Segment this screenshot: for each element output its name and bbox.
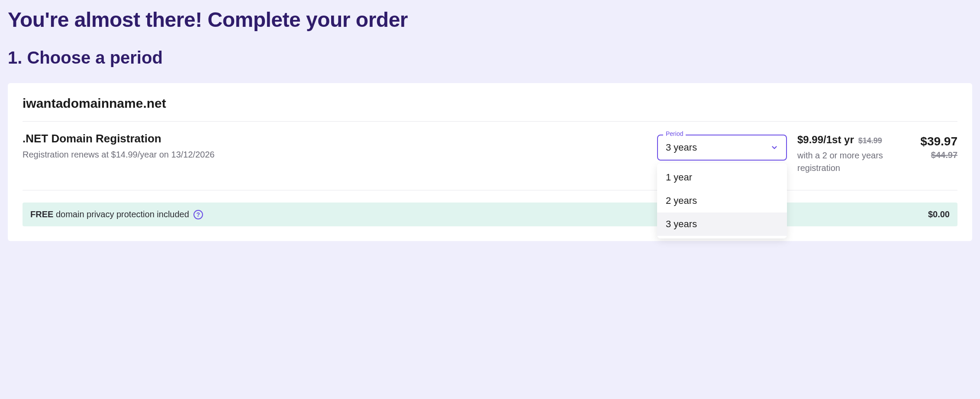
total-price: $39.97 — [920, 135, 957, 148]
price-note: with a 2 or more years registration — [797, 149, 893, 174]
privacy-row: FREE domain privacy protection included … — [23, 203, 957, 226]
period-option-3-years[interactable]: 3 years — [657, 212, 787, 236]
period-option-2-years[interactable]: 2 years — [657, 189, 787, 212]
privacy-text: domain privacy protection included — [56, 209, 189, 219]
domain-name: iwantadomainname.net — [23, 96, 957, 122]
step-title: 1. Choose a period — [8, 48, 972, 68]
period-option-1-year[interactable]: 1 year — [657, 166, 787, 189]
pricing-block: $9.99/1st yr $14.99 with a 2 or more yea… — [797, 132, 957, 174]
renewal-note: Registration renews at $14.99/year on 13… — [23, 150, 647, 160]
privacy-price: $0.00 — [928, 209, 950, 219]
order-card: iwantadomainname.net .NET Domain Registr… — [8, 83, 972, 241]
registration-row: .NET Domain Registration Registration re… — [23, 132, 957, 190]
first-year-price: $9.99/1st yr — [797, 134, 854, 146]
period-select[interactable]: Period 3 years 1 year 2 years 3 years — [657, 135, 787, 161]
chevron-down-icon — [770, 144, 778, 151]
help-icon[interactable]: ? — [193, 210, 203, 219]
period-select-label: Period — [663, 130, 686, 137]
page-title: You're almost there! Complete your order — [8, 8, 972, 32]
period-dropdown: 1 year 2 years 3 years — [657, 163, 787, 238]
privacy-free-label: FREE — [30, 209, 53, 219]
total-strike: $44.97 — [910, 150, 957, 160]
period-select-box[interactable]: 3 years — [657, 135, 787, 161]
first-year-strike: $14.99 — [858, 136, 882, 145]
period-select-value: 3 years — [666, 142, 697, 153]
registration-title: .NET Domain Registration — [23, 132, 647, 145]
